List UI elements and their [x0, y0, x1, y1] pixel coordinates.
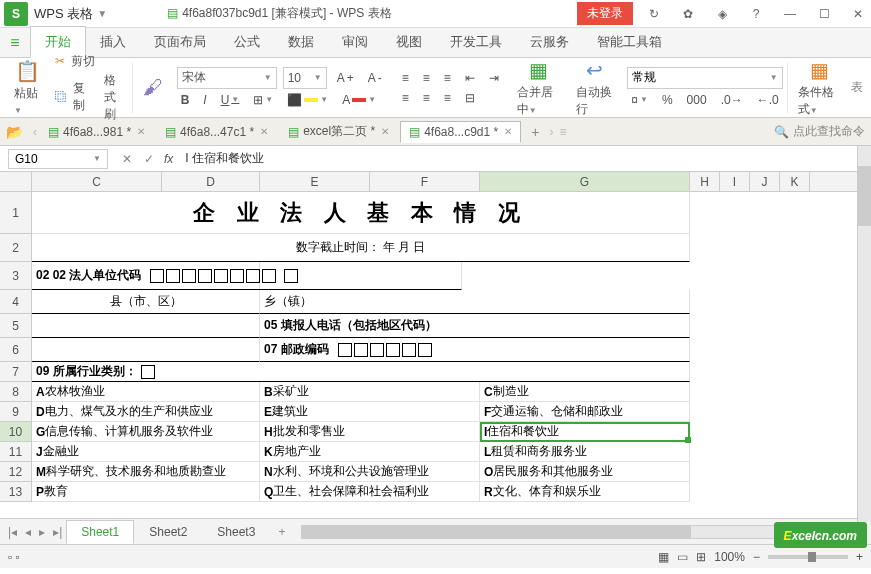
font-color-button[interactable]: A▼ [338, 91, 380, 109]
doc-tab-active[interactable]: ▤4f6a8...c9d1 *✕ [400, 121, 521, 143]
increase-font-button[interactable]: A+ [333, 69, 358, 87]
col-header[interactable]: I [720, 172, 750, 191]
row-header[interactable]: 7 [0, 362, 32, 382]
confirm-formula-button[interactable]: ✓ [138, 152, 160, 166]
scrollbar-thumb[interactable] [302, 526, 691, 538]
row-header[interactable]: 4 [0, 290, 32, 314]
help-icon[interactable]: ? [743, 1, 769, 27]
view-normal-icon[interactable]: ▦ [658, 550, 669, 564]
cell[interactable]: N 水利、环境和公共设施管理业 [260, 462, 480, 482]
cell[interactable]: K 房地产业 [260, 442, 480, 462]
cell-active[interactable]: I 住宿和餐饮业 [480, 422, 690, 442]
bold-button[interactable]: B [177, 91, 194, 109]
cell[interactable]: J 金融业 [32, 442, 260, 462]
view-page-icon[interactable]: ▭ [677, 550, 688, 564]
currency-button[interactable]: ¤▼ [627, 91, 652, 109]
align-center-button[interactable]: ≡ [419, 89, 434, 107]
row-header[interactable]: 9 [0, 402, 32, 422]
close-button[interactable]: ✕ [845, 1, 871, 27]
command-search[interactable]: 🔍点此查找命令 [774, 123, 865, 140]
number-format-select[interactable]: 常规▼ [627, 67, 782, 89]
cell[interactable]: O 居民服务和其他服务业 [480, 462, 690, 482]
cell[interactable]: F 交通运输、仓储和邮政业 [480, 402, 690, 422]
cell[interactable]: C 制造业 [480, 382, 690, 402]
format-painter-big[interactable]: 🖌 [137, 76, 169, 99]
login-badge[interactable]: 未登录 [577, 2, 633, 25]
zoom-level[interactable]: 100% [714, 550, 745, 564]
sheet-tab[interactable]: Sheet1 [66, 520, 134, 544]
decrease-font-button[interactable]: A- [364, 69, 386, 87]
paste-button[interactable]: 📋 粘贴 ▼ [8, 59, 47, 116]
align-bottom-button[interactable]: ≡ [440, 69, 455, 87]
align-middle-button[interactable]: ≡ [419, 69, 434, 87]
font-size-select[interactable]: 10▼ [283, 67, 327, 89]
align-top-button[interactable]: ≡ [398, 69, 413, 87]
format-painter-button[interactable]: 格式刷 [104, 72, 127, 123]
cell[interactable]: 县（市、区） [32, 290, 260, 314]
decimal-inc-button[interactable]: .0→ [717, 91, 747, 109]
cell[interactable]: B 采矿业 [260, 382, 480, 402]
zoom-in-button[interactable]: + [856, 550, 863, 564]
add-sheet-button[interactable]: + [270, 525, 293, 539]
view-break-icon[interactable]: ⊞ [696, 550, 706, 564]
zoom-thumb[interactable] [808, 552, 816, 562]
sheet-nav-last[interactable]: ▸| [49, 525, 66, 539]
comma-button[interactable]: 000 [683, 91, 711, 109]
close-icon[interactable]: ✕ [260, 126, 268, 137]
align-right-button[interactable]: ≡ [440, 89, 455, 107]
row-header-selected[interactable]: 10 [0, 422, 32, 442]
col-header[interactable]: E [260, 172, 370, 191]
vertical-scrollbar[interactable] [857, 146, 871, 522]
cell[interactable]: E 建筑业 [260, 402, 480, 422]
doc-tab[interactable]: ▤4f6a8...981 *✕ [39, 121, 154, 143]
sheet-nav-first[interactable]: |◂ [4, 525, 21, 539]
cell-title[interactable]: 企 业 法 人 基 本 情 况 [32, 192, 690, 234]
cell[interactable]: 05 填报人电话（包括地区代码） [260, 314, 690, 338]
row-header[interactable]: 11 [0, 442, 32, 462]
decimal-dec-button[interactable]: ←.0 [753, 91, 783, 109]
cell[interactable]: H 批发和零售业 [260, 422, 480, 442]
doc-tab-nav-left[interactable]: ‹ [33, 125, 37, 139]
merge-center-button[interactable]: ▦合并居中▼ [511, 58, 566, 118]
italic-button[interactable]: I [199, 91, 210, 109]
merge-split-button[interactable]: ⊟ [461, 89, 479, 107]
indent-inc-button[interactable]: ⇥ [485, 69, 503, 87]
sheet-tab[interactable]: Sheet2 [134, 520, 202, 544]
cell[interactable]: Q 卫生、社会保障和社会福利业 [260, 482, 480, 502]
copy-button[interactable]: 复制 [73, 80, 89, 114]
minimize-button[interactable]: — [777, 1, 803, 27]
col-header[interactable]: D [162, 172, 260, 191]
fx-label[interactable]: fx [160, 152, 177, 166]
cell[interactable]: 数字截止时间： 年 月 日 [32, 234, 690, 262]
row-header[interactable]: 6 [0, 338, 32, 362]
cell[interactable]: M 科学研究、技术服务和地质勘查业 [32, 462, 260, 482]
sheet-nav-prev[interactable]: ◂ [21, 525, 35, 539]
sheet-tab[interactable]: Sheet3 [202, 520, 270, 544]
row-header[interactable]: 13 [0, 482, 32, 502]
align-left-button[interactable]: ≡ [398, 89, 413, 107]
cell[interactable]: 09 所属行业类别： [32, 362, 690, 382]
doc-tab[interactable]: ▤4f6a8...47c1 *✕ [156, 121, 277, 143]
tab-cloud[interactable]: 云服务 [516, 27, 583, 57]
close-icon[interactable]: ✕ [381, 126, 389, 137]
cancel-formula-button[interactable]: ✕ [116, 152, 138, 166]
cut-button[interactable]: 剪切 [71, 53, 95, 70]
underline-button[interactable]: U▼ [217, 91, 244, 109]
sheet-nav-next[interactable]: ▸ [35, 525, 49, 539]
cell[interactable]: 02 02 法人单位代码 [32, 262, 462, 290]
doc-tab-list[interactable]: ≡ [555, 125, 570, 139]
tab-dev[interactable]: 开发工具 [436, 27, 516, 57]
col-header[interactable]: K [780, 172, 810, 191]
file-menu-icon[interactable]: ≡ [0, 29, 30, 57]
indent-dec-button[interactable]: ⇤ [461, 69, 479, 87]
percent-button[interactable]: % [658, 91, 677, 109]
close-icon[interactable]: ✕ [504, 126, 512, 137]
row-header[interactable]: 1 [0, 192, 32, 234]
tab-formula[interactable]: 公式 [220, 27, 274, 57]
cell[interactable]: 乡（镇） [260, 290, 690, 314]
sync-icon[interactable]: ↻ [641, 1, 667, 27]
cell[interactable] [32, 314, 260, 338]
tab-page-layout[interactable]: 页面布局 [140, 27, 220, 57]
close-icon[interactable]: ✕ [137, 126, 145, 137]
select-all-corner[interactable] [0, 172, 32, 191]
